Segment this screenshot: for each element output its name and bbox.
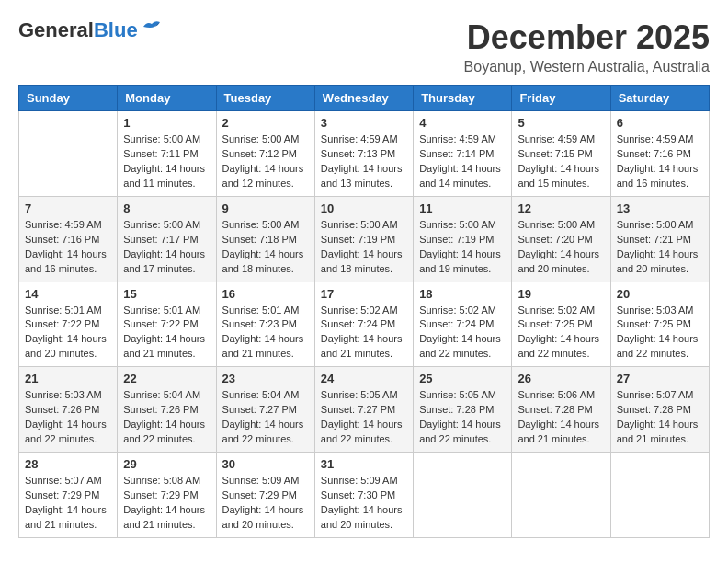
day-info: Sunrise: 4:59 AM Sunset: 7:13 PM Dayligh… (321, 132, 407, 191)
day-info: Sunrise: 5:04 AM Sunset: 7:27 PM Dayligh… (222, 388, 309, 447)
calendar-day-cell: 2Sunrise: 5:00 AM Sunset: 7:12 PM Daylig… (216, 111, 314, 197)
calendar-day-cell: 24Sunrise: 5:05 AM Sunset: 7:27 PM Dayli… (314, 367, 413, 453)
day-number: 9 (222, 201, 309, 215)
location-subtitle: Boyanup, Western Australia, Australia (464, 59, 710, 75)
calendar-day-cell: 7Sunrise: 4:59 AM Sunset: 7:16 PM Daylig… (19, 196, 118, 282)
calendar-week-row: 28Sunrise: 5:07 AM Sunset: 7:29 PM Dayli… (19, 453, 710, 538)
calendar-week-row: 1Sunrise: 5:00 AM Sunset: 7:11 PM Daylig… (19, 111, 710, 197)
day-number: 28 (25, 457, 111, 471)
calendar-day-cell: 28Sunrise: 5:07 AM Sunset: 7:29 PM Dayli… (19, 453, 118, 538)
calendar-day-cell: 1Sunrise: 5:00 AM Sunset: 7:11 PM Daylig… (118, 111, 216, 197)
day-info: Sunrise: 5:02 AM Sunset: 7:25 PM Dayligh… (518, 304, 604, 362)
weekday-header-row: SundayMondayTuesdayWednesdayThursdayFrid… (19, 86, 710, 111)
day-info: Sunrise: 5:05 AM Sunset: 7:28 PM Dayligh… (419, 388, 506, 447)
day-info: Sunrise: 5:02 AM Sunset: 7:24 PM Dayligh… (419, 304, 506, 362)
day-number: 13 (617, 201, 703, 215)
calendar-day-cell: 8Sunrise: 5:00 AM Sunset: 7:17 PM Daylig… (118, 196, 216, 282)
calendar-day-cell: 12Sunrise: 5:00 AM Sunset: 7:20 PM Dayli… (512, 196, 610, 282)
weekday-header-thursday: Thursday (414, 86, 512, 111)
day-number: 12 (518, 201, 604, 215)
weekday-header-friday: Friday (512, 86, 610, 111)
day-info: Sunrise: 5:07 AM Sunset: 7:29 PM Dayligh… (25, 474, 111, 533)
day-info: Sunrise: 5:00 AM Sunset: 7:12 PM Dayligh… (222, 132, 309, 191)
day-info: Sunrise: 4:59 AM Sunset: 7:15 PM Dayligh… (518, 132, 604, 191)
day-info: Sunrise: 5:02 AM Sunset: 7:24 PM Dayligh… (321, 304, 407, 362)
day-number: 8 (123, 201, 210, 215)
day-info: Sunrise: 5:00 AM Sunset: 7:17 PM Dayligh… (123, 218, 210, 277)
day-info: Sunrise: 4:59 AM Sunset: 7:14 PM Dayligh… (419, 132, 506, 191)
logo: GeneralBlue (18, 18, 162, 42)
month-year-title: December 2025 (464, 18, 710, 57)
day-info: Sunrise: 5:00 AM Sunset: 7:20 PM Dayligh… (518, 218, 604, 277)
day-number: 21 (25, 372, 111, 385)
day-number: 24 (321, 372, 407, 385)
calendar-day-cell: 3Sunrise: 4:59 AM Sunset: 7:13 PM Daylig… (314, 111, 413, 197)
calendar-day-cell: 4Sunrise: 4:59 AM Sunset: 7:14 PM Daylig… (414, 111, 512, 197)
day-number: 15 (123, 287, 210, 301)
day-info: Sunrise: 5:04 AM Sunset: 7:26 PM Dayligh… (123, 388, 210, 447)
day-info: Sunrise: 5:03 AM Sunset: 7:26 PM Dayligh… (25, 388, 111, 447)
day-number: 11 (419, 201, 506, 215)
calendar-day-cell (610, 453, 709, 538)
weekday-header-saturday: Saturday (610, 86, 709, 111)
day-info: Sunrise: 5:00 AM Sunset: 7:19 PM Dayligh… (419, 218, 506, 277)
day-info: Sunrise: 5:01 AM Sunset: 7:23 PM Dayligh… (222, 304, 309, 362)
day-info: Sunrise: 5:09 AM Sunset: 7:30 PM Dayligh… (321, 474, 407, 533)
day-number: 18 (419, 287, 506, 301)
day-info: Sunrise: 5:06 AM Sunset: 7:28 PM Dayligh… (518, 388, 604, 447)
day-number: 10 (321, 201, 407, 215)
day-number: 1 (123, 116, 210, 130)
calendar-day-cell: 9Sunrise: 5:00 AM Sunset: 7:18 PM Daylig… (216, 196, 314, 282)
calendar-day-cell: 13Sunrise: 5:00 AM Sunset: 7:21 PM Dayli… (610, 196, 709, 282)
day-info: Sunrise: 5:00 AM Sunset: 7:19 PM Dayligh… (321, 218, 407, 277)
calendar-day-cell: 27Sunrise: 5:07 AM Sunset: 7:28 PM Dayli… (610, 367, 709, 453)
calendar-day-cell: 29Sunrise: 5:08 AM Sunset: 7:29 PM Dayli… (118, 453, 216, 538)
day-info: Sunrise: 5:00 AM Sunset: 7:18 PM Dayligh… (222, 218, 309, 277)
day-info: Sunrise: 5:09 AM Sunset: 7:29 PM Dayligh… (222, 474, 309, 533)
calendar-day-cell: 5Sunrise: 4:59 AM Sunset: 7:15 PM Daylig… (512, 111, 610, 197)
calendar-day-cell (414, 453, 512, 538)
calendar-day-cell: 31Sunrise: 5:09 AM Sunset: 7:30 PM Dayli… (314, 453, 413, 538)
day-number: 27 (617, 372, 703, 385)
day-number: 14 (25, 287, 111, 301)
day-number: 3 (321, 116, 407, 130)
day-info: Sunrise: 5:00 AM Sunset: 7:11 PM Dayligh… (123, 132, 210, 191)
day-number: 2 (222, 116, 309, 130)
day-number: 20 (617, 287, 703, 301)
calendar-week-row: 7Sunrise: 4:59 AM Sunset: 7:16 PM Daylig… (19, 196, 710, 282)
day-number: 25 (419, 372, 506, 385)
logo-text: GeneralBlue (18, 18, 138, 42)
calendar-day-cell: 17Sunrise: 5:02 AM Sunset: 7:24 PM Dayli… (314, 282, 413, 367)
day-number: 30 (222, 457, 309, 471)
day-number: 16 (222, 287, 309, 301)
day-info: Sunrise: 5:00 AM Sunset: 7:21 PM Dayligh… (617, 218, 703, 277)
calendar-day-cell: 30Sunrise: 5:09 AM Sunset: 7:29 PM Dayli… (216, 453, 314, 538)
day-number: 19 (518, 287, 604, 301)
day-info: Sunrise: 5:01 AM Sunset: 7:22 PM Dayligh… (123, 304, 210, 362)
calendar-day-cell: 20Sunrise: 5:03 AM Sunset: 7:25 PM Dayli… (610, 282, 709, 367)
day-info: Sunrise: 5:08 AM Sunset: 7:29 PM Dayligh… (123, 474, 210, 533)
day-number: 29 (123, 457, 210, 471)
calendar-day-cell: 19Sunrise: 5:02 AM Sunset: 7:25 PM Dayli… (512, 282, 610, 367)
day-number: 7 (25, 201, 111, 215)
day-number: 6 (617, 116, 703, 130)
weekday-header-monday: Monday (118, 86, 216, 111)
day-number: 5 (518, 116, 604, 130)
day-number: 23 (222, 372, 309, 385)
day-number: 22 (123, 372, 210, 385)
weekday-header-tuesday: Tuesday (216, 86, 314, 111)
calendar-day-cell: 15Sunrise: 5:01 AM Sunset: 7:22 PM Dayli… (118, 282, 216, 367)
day-number: 26 (518, 372, 604, 385)
title-block: December 2025 Boyanup, Western Australia… (464, 18, 710, 75)
calendar-day-cell: 10Sunrise: 5:00 AM Sunset: 7:19 PM Dayli… (314, 196, 413, 282)
day-info: Sunrise: 4:59 AM Sunset: 7:16 PM Dayligh… (25, 218, 111, 277)
weekday-header-sunday: Sunday (19, 86, 118, 111)
bird-icon (142, 19, 162, 34)
calendar-day-cell: 25Sunrise: 5:05 AM Sunset: 7:28 PM Dayli… (414, 367, 512, 453)
day-info: Sunrise: 5:05 AM Sunset: 7:27 PM Dayligh… (321, 388, 407, 447)
calendar-day-cell: 23Sunrise: 5:04 AM Sunset: 7:27 PM Dayli… (216, 367, 314, 453)
page-header: GeneralBlue December 2025 Boyanup, Weste… (18, 18, 710, 75)
calendar-day-cell: 16Sunrise: 5:01 AM Sunset: 7:23 PM Dayli… (216, 282, 314, 367)
calendar-day-cell: 11Sunrise: 5:00 AM Sunset: 7:19 PM Dayli… (414, 196, 512, 282)
calendar-day-cell: 14Sunrise: 5:01 AM Sunset: 7:22 PM Dayli… (19, 282, 118, 367)
